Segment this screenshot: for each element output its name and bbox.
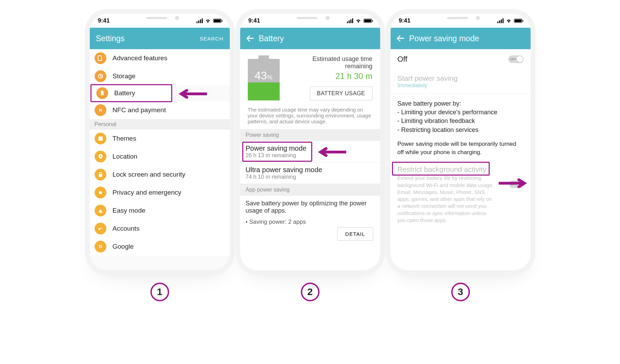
lock-icon xyxy=(95,169,106,180)
restrict-desc: Extend your battery life by restricting … xyxy=(398,175,495,224)
item-lock-security[interactable]: Lock screen and security xyxy=(90,166,230,184)
psm-title: Power saving mode xyxy=(246,144,375,152)
battery-status-icon xyxy=(364,19,372,23)
item-label: Location xyxy=(113,153,138,160)
annotation-arrow xyxy=(178,89,207,99)
page-title: Power saving mode xyxy=(409,34,524,43)
google-icon: G xyxy=(95,241,106,252)
restrict-title: Restrict background activity xyxy=(398,165,524,174)
search-button[interactable]: SEARCH xyxy=(200,36,224,42)
back-button[interactable] xyxy=(397,35,404,42)
phone-settings: 9:41 Settings SEARCH Advanced features S… xyxy=(90,14,230,270)
charging-note: Power saving mode will be temporarily tu… xyxy=(391,136,531,161)
row-ultra-power-saving[interactable]: Ultra power saving mode 74 h 10 m remain… xyxy=(240,162,380,184)
item-label: Google xyxy=(113,243,134,250)
toggle-label: Off xyxy=(398,55,408,64)
svg-text:N: N xyxy=(99,108,102,112)
status-time: 9:41 xyxy=(399,17,411,24)
wifi-icon xyxy=(205,18,211,23)
item-privacy[interactable]: Privacy and emergency xyxy=(90,184,230,202)
nfc-icon: N xyxy=(95,104,106,116)
annotation-arrow xyxy=(499,178,527,188)
usage-note: The estimated usage time may vary depend… xyxy=(240,105,380,129)
start-value: Immediately xyxy=(398,82,524,89)
svg-rect-2 xyxy=(101,91,104,95)
status-icons xyxy=(197,18,221,23)
section-app-power-saving: App power saving xyxy=(240,184,380,196)
estimate-time: 21 h 30 m xyxy=(286,71,373,81)
page-title: Settings xyxy=(96,34,195,43)
battery-status-icon xyxy=(514,19,522,23)
app-header: Battery xyxy=(240,28,380,49)
svg-rect-10 xyxy=(101,227,103,229)
status-time: 9:41 xyxy=(98,17,110,24)
row-power-saving-mode[interactable]: Power saving mode 26 h 13 m remaining xyxy=(240,141,380,162)
page-title: Battery xyxy=(259,34,374,43)
status-icons xyxy=(497,18,522,23)
step-badge-1: 1 xyxy=(150,283,169,301)
annotation-arrow xyxy=(318,147,346,157)
item-battery[interactable]: Battery xyxy=(90,84,172,102)
item-easy-mode[interactable]: Easy mode xyxy=(90,202,230,220)
app-header: Power saving mode xyxy=(391,28,531,49)
battery-status-icon xyxy=(213,19,221,23)
item-accounts[interactable]: Accounts xyxy=(90,220,230,238)
storage-icon xyxy=(95,70,106,82)
status-bar: 9:41 xyxy=(391,14,531,28)
settings-list: Advanced features Storage Battery N NFC … xyxy=(90,49,230,270)
app-power-desc: Save battery power by optimizing the pow… xyxy=(240,196,380,219)
app-header: Settings SEARCH xyxy=(90,28,230,49)
step-badge-3: 3 xyxy=(451,283,470,301)
row-restrict-background[interactable]: Restrict background activity Extend your… xyxy=(391,161,531,228)
toggle-switch[interactable]: OFF xyxy=(508,55,524,63)
advanced-icon xyxy=(95,52,106,64)
status-bar: 9:41 xyxy=(240,14,380,28)
row-start-power-saving[interactable]: Start power saving Immediately xyxy=(391,69,531,94)
description-block: Save battery power by: - Limiting your d… xyxy=(391,94,531,136)
phone-power-saving-mode: 9:41 Power saving mode Off OFF Start pow… xyxy=(391,14,531,270)
item-nfc[interactable]: N NFC and payment xyxy=(90,101,230,119)
psm-body: Off OFF Start power saving Immediately S… xyxy=(391,49,531,270)
item-label: Themes xyxy=(113,135,137,142)
signal-icon xyxy=(347,18,353,23)
status-bar: 9:41 xyxy=(90,14,230,28)
status-icons xyxy=(347,18,372,23)
battery-graphic: 43% xyxy=(248,55,280,100)
status-time: 9:41 xyxy=(248,17,260,24)
themes-icon xyxy=(95,133,106,144)
item-label: Advanced features xyxy=(113,54,167,62)
item-themes[interactable]: Themes xyxy=(90,130,230,148)
privacy-icon xyxy=(95,187,106,198)
battery-usage-button[interactable]: BATTERY USAGE xyxy=(310,87,373,100)
item-advanced-features[interactable]: Advanced features xyxy=(90,49,230,67)
item-label: Accounts xyxy=(113,225,140,232)
item-storage[interactable]: Storage xyxy=(90,67,230,85)
item-label: Privacy and emergency xyxy=(113,189,182,196)
row-master-toggle[interactable]: Off OFF xyxy=(391,49,531,69)
svg-text:G: G xyxy=(98,244,102,249)
location-icon xyxy=(95,151,106,162)
svg-point-6 xyxy=(100,156,101,157)
phone-battery: 9:41 Battery 43% Estimated usage time re… xyxy=(240,14,380,270)
detail-button[interactable]: DETAIL xyxy=(337,227,373,241)
wifi-icon xyxy=(355,18,361,23)
item-location[interactable]: Location xyxy=(90,148,230,166)
item-label: NFC and payment xyxy=(113,106,166,114)
item-label: Storage xyxy=(113,72,136,80)
upsm-title: Ultra power saving mode xyxy=(246,166,375,174)
upsm-sub: 74 h 10 m remaining xyxy=(246,174,375,180)
item-label: Easy mode xyxy=(113,207,146,214)
svg-rect-7 xyxy=(99,174,102,177)
start-label: Start power saving xyxy=(398,74,524,82)
item-google[interactable]: G Google xyxy=(90,238,230,256)
signal-icon xyxy=(197,18,203,23)
accounts-icon xyxy=(95,223,106,234)
estimate-label: Estimated usage time remaining xyxy=(286,55,373,70)
item-label: Battery xyxy=(114,89,135,97)
svg-rect-5 xyxy=(98,136,103,141)
section-personal: Personal xyxy=(90,119,230,130)
battery-percent: 43 xyxy=(255,69,267,82)
back-button[interactable] xyxy=(246,35,254,42)
wifi-icon xyxy=(506,18,512,23)
svg-point-9 xyxy=(98,228,101,230)
